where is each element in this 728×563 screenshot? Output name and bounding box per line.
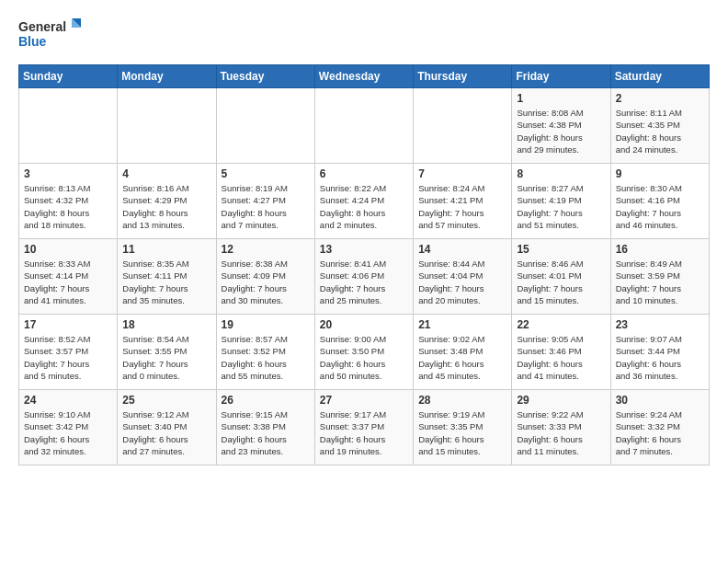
calendar-header: SundayMondayTuesdayWednesdayThursdayFrid… [19, 65, 710, 88]
cell-week3-day6: 16Sunrise: 8:49 AM Sunset: 3:59 PM Dayli… [610, 239, 709, 315]
cell-week4-day2: 19Sunrise: 8:57 AM Sunset: 3:52 PM Dayli… [216, 315, 314, 390]
day-detail: Sunrise: 8:16 AM Sunset: 4:29 PM Dayligh… [122, 182, 210, 231]
cell-week2-day3: 6Sunrise: 8:22 AM Sunset: 4:24 PM Daylig… [314, 164, 413, 239]
calendar-table: SundayMondayTuesdayWednesdayThursdayFrid… [18, 64, 710, 465]
day-detail: Sunrise: 9:12 AM Sunset: 3:40 PM Dayligh… [122, 408, 210, 457]
svg-text:General: General [18, 19, 66, 34]
header: General Blue [18, 15, 710, 55]
cell-week2-day0: 3Sunrise: 8:13 AM Sunset: 4:32 PM Daylig… [19, 164, 118, 239]
cell-week4-day5: 22Sunrise: 9:05 AM Sunset: 3:46 PM Dayli… [512, 315, 610, 390]
cell-week2-day5: 8Sunrise: 8:27 AM Sunset: 4:19 PM Daylig… [512, 164, 610, 239]
cell-week1-day1 [118, 88, 216, 164]
header-row: SundayMondayTuesdayWednesdayThursdayFrid… [19, 65, 710, 88]
day-detail: Sunrise: 8:22 AM Sunset: 4:24 PM Dayligh… [320, 182, 408, 231]
day-detail: Sunrise: 8:54 AM Sunset: 3:55 PM Dayligh… [122, 333, 210, 382]
header-thursday: Thursday [414, 65, 512, 88]
day-number: 23 [616, 318, 704, 331]
header-tuesday: Tuesday [216, 65, 314, 88]
day-number: 1 [517, 92, 605, 105]
day-number: 20 [320, 318, 408, 331]
day-number: 29 [517, 394, 605, 407]
cell-week1-day6: 2Sunrise: 8:11 AM Sunset: 4:35 PM Daylig… [610, 88, 709, 164]
svg-text:Blue: Blue [18, 34, 47, 49]
day-number: 11 [122, 243, 210, 256]
week-row-2: 3Sunrise: 8:13 AM Sunset: 4:32 PM Daylig… [19, 164, 710, 239]
cell-week1-day5: 1Sunrise: 8:08 AM Sunset: 4:38 PM Daylig… [512, 88, 610, 164]
day-number: 7 [418, 167, 506, 180]
day-number: 19 [222, 318, 310, 331]
day-number: 8 [517, 167, 605, 180]
day-number: 13 [320, 243, 408, 256]
logo: General Blue [18, 15, 83, 55]
day-number: 5 [222, 167, 310, 180]
day-number: 2 [616, 92, 704, 105]
cell-week3-day0: 10Sunrise: 8:33 AM Sunset: 4:14 PM Dayli… [19, 239, 118, 315]
day-number: 12 [222, 243, 310, 256]
day-detail: Sunrise: 9:00 AM Sunset: 3:50 PM Dayligh… [320, 333, 408, 382]
cell-week5-day4: 28Sunrise: 9:19 AM Sunset: 3:35 PM Dayli… [414, 390, 512, 465]
cell-week4-day4: 21Sunrise: 9:02 AM Sunset: 3:48 PM Dayli… [414, 315, 512, 390]
cell-week5-day1: 25Sunrise: 9:12 AM Sunset: 3:40 PM Dayli… [118, 390, 216, 465]
cell-week2-day2: 5Sunrise: 8:19 AM Sunset: 4:27 PM Daylig… [216, 164, 314, 239]
day-number: 4 [122, 167, 210, 180]
week-row-3: 10Sunrise: 8:33 AM Sunset: 4:14 PM Dayli… [19, 239, 710, 315]
day-number: 18 [122, 318, 210, 331]
day-number: 6 [320, 167, 408, 180]
cell-week4-day0: 17Sunrise: 8:52 AM Sunset: 3:57 PM Dayli… [19, 315, 118, 390]
day-number: 17 [24, 318, 112, 331]
day-detail: Sunrise: 8:19 AM Sunset: 4:27 PM Dayligh… [222, 182, 310, 231]
day-detail: Sunrise: 8:30 AM Sunset: 4:16 PM Dayligh… [616, 182, 704, 231]
day-detail: Sunrise: 9:05 AM Sunset: 3:46 PM Dayligh… [517, 333, 605, 382]
day-number: 22 [517, 318, 605, 331]
day-number: 25 [122, 394, 210, 407]
calendar-body: 1Sunrise: 8:08 AM Sunset: 4:38 PM Daylig… [19, 88, 710, 465]
day-detail: Sunrise: 8:57 AM Sunset: 3:52 PM Dayligh… [222, 333, 310, 382]
day-detail: Sunrise: 9:07 AM Sunset: 3:44 PM Dayligh… [616, 333, 704, 382]
day-detail: Sunrise: 8:33 AM Sunset: 4:14 PM Dayligh… [24, 258, 112, 306]
day-number: 28 [418, 394, 506, 407]
cell-week4-day1: 18Sunrise: 8:54 AM Sunset: 3:55 PM Dayli… [118, 315, 216, 390]
day-detail: Sunrise: 8:35 AM Sunset: 4:11 PM Dayligh… [122, 258, 210, 306]
day-number: 21 [418, 318, 506, 331]
cell-week5-day0: 24Sunrise: 9:10 AM Sunset: 3:42 PM Dayli… [19, 390, 118, 465]
day-number: 24 [24, 394, 112, 407]
day-number: 27 [320, 394, 408, 407]
header-wednesday: Wednesday [314, 65, 413, 88]
day-number: 30 [616, 394, 704, 407]
cell-week2-day1: 4Sunrise: 8:16 AM Sunset: 4:29 PM Daylig… [118, 164, 216, 239]
cell-week3-day3: 13Sunrise: 8:41 AM Sunset: 4:06 PM Dayli… [314, 239, 413, 315]
calendar-page: General Blue SundayMondayTuesdayWednesda… [0, 0, 728, 475]
cell-week3-day2: 12Sunrise: 8:38 AM Sunset: 4:09 PM Dayli… [216, 239, 314, 315]
week-row-1: 1Sunrise: 8:08 AM Sunset: 4:38 PM Daylig… [19, 88, 710, 164]
day-detail: Sunrise: 9:19 AM Sunset: 3:35 PM Dayligh… [418, 408, 506, 457]
day-detail: Sunrise: 8:27 AM Sunset: 4:19 PM Dayligh… [517, 182, 605, 231]
cell-week1-day0 [19, 88, 118, 164]
day-detail: Sunrise: 8:46 AM Sunset: 4:01 PM Dayligh… [517, 258, 605, 306]
cell-week3-day4: 14Sunrise: 8:44 AM Sunset: 4:04 PM Dayli… [414, 239, 512, 315]
header-monday: Monday [118, 65, 216, 88]
logo-svg: General Blue [18, 15, 83, 55]
cell-week3-day5: 15Sunrise: 8:46 AM Sunset: 4:01 PM Dayli… [512, 239, 610, 315]
cell-week1-day3 [314, 88, 413, 164]
header-sunday: Sunday [19, 65, 118, 88]
day-detail: Sunrise: 8:44 AM Sunset: 4:04 PM Dayligh… [418, 258, 506, 306]
cell-week1-day4 [414, 88, 512, 164]
day-detail: Sunrise: 9:15 AM Sunset: 3:38 PM Dayligh… [222, 408, 310, 457]
cell-week3-day1: 11Sunrise: 8:35 AM Sunset: 4:11 PM Dayli… [118, 239, 216, 315]
day-number: 3 [24, 167, 112, 180]
day-number: 10 [24, 243, 112, 256]
day-detail: Sunrise: 9:10 AM Sunset: 3:42 PM Dayligh… [24, 408, 112, 457]
day-detail: Sunrise: 8:41 AM Sunset: 4:06 PM Dayligh… [320, 258, 408, 306]
header-friday: Friday [512, 65, 610, 88]
day-detail: Sunrise: 8:49 AM Sunset: 3:59 PM Dayligh… [616, 258, 704, 306]
day-detail: Sunrise: 9:24 AM Sunset: 3:32 PM Dayligh… [616, 408, 704, 457]
day-detail: Sunrise: 8:13 AM Sunset: 4:32 PM Dayligh… [24, 182, 112, 231]
day-number: 9 [616, 167, 704, 180]
day-detail: Sunrise: 9:02 AM Sunset: 3:48 PM Dayligh… [418, 333, 506, 382]
cell-week5-day2: 26Sunrise: 9:15 AM Sunset: 3:38 PM Dayli… [216, 390, 314, 465]
day-detail: Sunrise: 8:38 AM Sunset: 4:09 PM Dayligh… [222, 258, 310, 306]
cell-week4-day3: 20Sunrise: 9:00 AM Sunset: 3:50 PM Dayli… [314, 315, 413, 390]
day-number: 16 [616, 243, 704, 256]
cell-week2-day4: 7Sunrise: 8:24 AM Sunset: 4:21 PM Daylig… [414, 164, 512, 239]
cell-week2-day6: 9Sunrise: 8:30 AM Sunset: 4:16 PM Daylig… [610, 164, 709, 239]
